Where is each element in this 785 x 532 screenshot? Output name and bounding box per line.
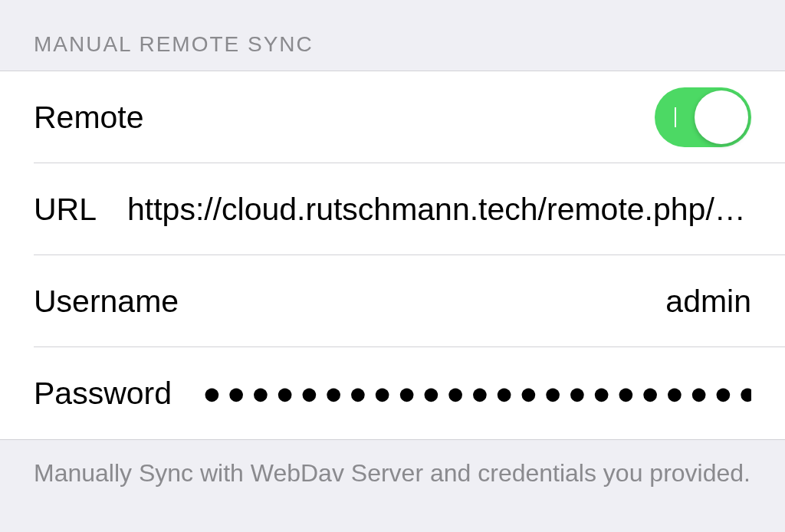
remote-row[interactable]: Remote — [0, 71, 785, 163]
remote-toggle[interactable] — [655, 87, 751, 147]
toggle-knob — [695, 90, 748, 144]
password-value: ●●●●●●●●●●●●●●●●●●●●●●●●●●●● — [202, 376, 751, 412]
url-value: https://cloud.rutschmann.tech/remote.php… — [127, 192, 751, 228]
password-row[interactable]: Password ●●●●●●●●●●●●●●●●●●●●●●●●●●●● — [0, 347, 785, 439]
remote-label: Remote — [34, 100, 144, 136]
section-header: MANUAL REMOTE SYNC — [0, 0, 785, 71]
settings-list: Remote URL https://cloud.rutschmann.tech… — [0, 71, 785, 440]
username-value: admin — [665, 284, 751, 320]
url-label: URL — [34, 192, 97, 228]
username-row[interactable]: Username admin — [0, 255, 785, 347]
password-label: Password — [34, 376, 172, 412]
username-label: Username — [34, 284, 179, 320]
section-footer: Manually Sync with WebDav Server and cre… — [0, 440, 785, 490]
url-row[interactable]: URL https://cloud.rutschmann.tech/remote… — [0, 163, 785, 255]
toggle-on-indicator — [675, 107, 676, 127]
